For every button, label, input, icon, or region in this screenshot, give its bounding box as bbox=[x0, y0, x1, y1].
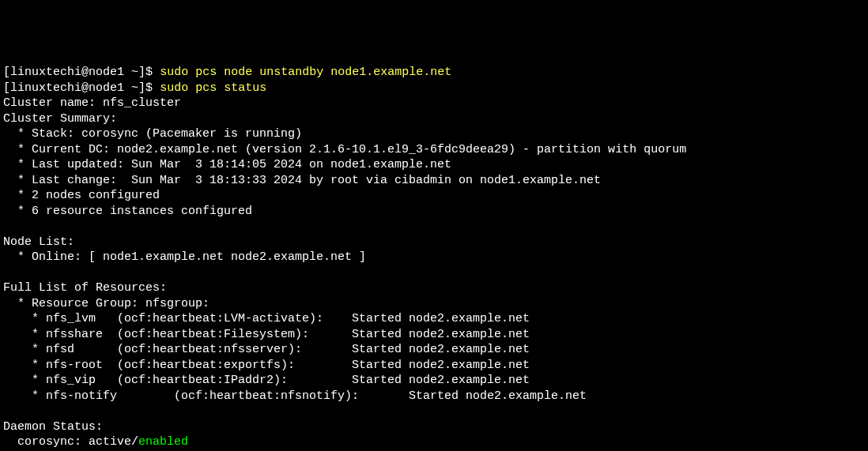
online-nodes-line: * Online: [ node1.example.net node2.exam… bbox=[3, 250, 366, 264]
prompt-user: linuxtechi bbox=[10, 81, 81, 95]
prompt-at: @ bbox=[81, 81, 89, 95]
enabled-text: enabled bbox=[138, 435, 188, 449]
prompt-host: node1 bbox=[89, 66, 124, 79]
prompt-host: node1 bbox=[89, 81, 124, 95]
resource-nfs-notify: * nfs-notify (ocf:heartbeat:nfsnotify): … bbox=[3, 389, 587, 403]
prompt-at: @ bbox=[81, 66, 89, 79]
resource-nfsshare: * nfsshare (ocf:heartbeat:Filesystem): S… bbox=[3, 328, 530, 341]
resources-configured-line: * 6 resource instances configured bbox=[3, 205, 252, 218]
resource-group-line: * Resource Group: nfsgroup: bbox=[3, 297, 209, 310]
resource-nfs-root: * nfs-root (ocf:heartbeat:exportfs): Sta… bbox=[3, 359, 530, 372]
last-change-line: * Last change: Sun Mar 3 18:13:33 2024 b… bbox=[3, 174, 601, 187]
daemon-status-header: Daemon Status: bbox=[3, 420, 103, 434]
prompt-dollar: $ bbox=[145, 81, 160, 95]
prompt-path: ~ bbox=[131, 81, 138, 95]
prompt-bracket: [ bbox=[3, 81, 10, 95]
resource-nfs-lvm: * nfs_lvm (ocf:heartbeat:LVM-activate): … bbox=[3, 312, 530, 325]
terminal-output: [linuxtechi@node1 ~]$ sudo pcs node unst… bbox=[3, 65, 865, 451]
current-dc-line: * Current DC: node2.example.net (version… bbox=[3, 143, 686, 156]
nodes-configured-line: * 2 nodes configured bbox=[3, 189, 160, 202]
prompt-user: linuxtechi bbox=[10, 66, 81, 79]
cluster-summary-header: Cluster Summary: bbox=[3, 112, 117, 126]
cluster-name: Cluster name: nfs_cluster bbox=[3, 96, 181, 110]
node-list-header: Node List: bbox=[3, 235, 74, 249]
last-updated-line: * Last updated: Sun Mar 3 18:14:05 2024 … bbox=[3, 158, 451, 171]
resource-nfsd: * nfsd (ocf:heartbeat:nfsserver): Starte… bbox=[3, 343, 530, 356]
prompt-bracket-close: ] bbox=[138, 66, 145, 79]
resources-header: Full List of Resources: bbox=[3, 281, 167, 295]
prompt-bracket: [ bbox=[3, 66, 10, 79]
daemon-corosync: corosync: active/ bbox=[3, 435, 138, 449]
prompt-dollar: $ bbox=[145, 66, 160, 79]
command-1[interactable]: sudo pcs node unstandby node1.example.ne… bbox=[160, 66, 451, 79]
command-2[interactable]: sudo pcs status bbox=[160, 81, 266, 95]
stack-line: * Stack: corosync (Pacemaker is running) bbox=[3, 127, 302, 141]
prompt-bracket-close: ] bbox=[138, 81, 145, 95]
prompt-path: ~ bbox=[131, 66, 138, 79]
resource-nfs-vip: * nfs_vip (ocf:heartbeat:IPaddr2): Start… bbox=[3, 374, 530, 387]
